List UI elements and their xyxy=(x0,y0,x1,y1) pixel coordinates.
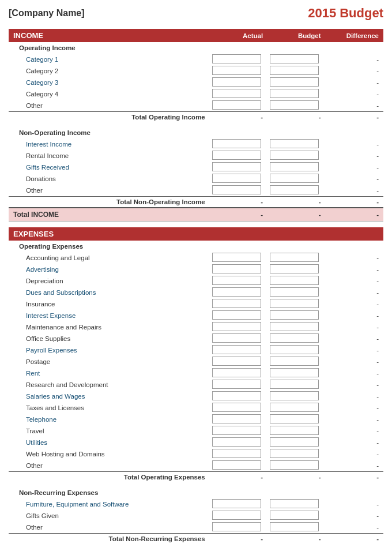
income-category-1: Category 1 xyxy=(9,54,210,65)
category1-budget-input[interactable] xyxy=(270,54,319,63)
furniture-equipment: Furniture, Equipment and Software xyxy=(9,498,210,510)
travel-actual-input[interactable] xyxy=(212,426,261,435)
donations-actual-input[interactable] xyxy=(212,174,261,183)
gifts-given-budget-input[interactable] xyxy=(270,511,319,520)
total-oe-label: Total Operating Expenses xyxy=(9,472,210,483)
utilities-diff: - xyxy=(326,437,383,448)
operating-expenses-label: Operating Expenses xyxy=(9,241,210,252)
advertising-budget-input[interactable] xyxy=(270,264,319,273)
category2-actual-input[interactable] xyxy=(212,66,261,75)
utilities-budget-input[interactable] xyxy=(270,437,319,447)
non-op-other-budget-input[interactable] xyxy=(270,185,319,194)
list-item: Utilities - xyxy=(9,437,383,448)
category2-diff: - xyxy=(326,65,383,77)
interest-exp-budget-input[interactable] xyxy=(270,310,319,320)
list-item: Category 3 - xyxy=(9,77,383,88)
gifts-given-actual-input[interactable] xyxy=(212,511,261,520)
category4-actual-input[interactable] xyxy=(212,89,261,98)
category1-diff: - xyxy=(326,54,383,65)
other-oi-actual-input[interactable] xyxy=(212,100,261,110)
list-item: Taxes and Licenses - xyxy=(9,402,383,414)
list-item: Interest Expense - xyxy=(9,310,383,321)
payroll-budget-input[interactable] xyxy=(270,345,319,354)
interest-exp-actual-input[interactable] xyxy=(212,310,261,320)
total-oi-budget: - xyxy=(267,112,325,123)
advertising-actual-input[interactable] xyxy=(212,264,261,273)
list-item: Category 2 - xyxy=(9,65,383,77)
gifts-received-actual-input[interactable] xyxy=(212,162,261,171)
rental-income-budget-input[interactable] xyxy=(270,151,319,160)
salaries-budget-input[interactable] xyxy=(270,391,319,400)
furniture-actual-input[interactable] xyxy=(212,499,261,508)
office-budget-input[interactable] xyxy=(270,333,319,343)
accounting-actual-input[interactable] xyxy=(212,253,261,262)
actual-col-header: Actual xyxy=(210,29,267,42)
list-item: Gifts Received - xyxy=(9,162,383,173)
op-exp-other-actual-input[interactable] xyxy=(212,460,261,470)
taxes-budget-input[interactable] xyxy=(270,403,319,412)
total-noi-actual: - xyxy=(210,197,267,208)
donations-budget-input[interactable] xyxy=(270,174,319,183)
other-oi-budget-input[interactable] xyxy=(270,100,319,110)
dues-budget-input[interactable] xyxy=(270,287,319,297)
postage-budget-input[interactable] xyxy=(270,357,319,366)
travel-budget-input[interactable] xyxy=(270,426,319,435)
non-rec-other-budget-input[interactable] xyxy=(270,522,319,531)
maintenance-budget-input[interactable] xyxy=(270,322,319,331)
insurance-actual-input[interactable] xyxy=(212,299,261,308)
non-rec-other-actual-input[interactable] xyxy=(212,522,261,531)
income-header-row: INCOME Actual Budget Difference xyxy=(9,29,383,42)
salaries-actual-input[interactable] xyxy=(212,391,261,400)
donations-diff: - xyxy=(326,173,383,185)
rent-budget-input[interactable] xyxy=(270,368,319,377)
category2-budget-input[interactable] xyxy=(270,66,319,75)
grand-total-income-budget: - xyxy=(267,208,325,222)
web-budget-input[interactable] xyxy=(270,449,319,458)
category3-budget-input[interactable] xyxy=(270,77,319,87)
taxes-actual-input[interactable] xyxy=(212,403,261,412)
office-diff: - xyxy=(326,333,383,344)
research-actual-input[interactable] xyxy=(212,380,261,389)
office-actual-input[interactable] xyxy=(212,333,261,343)
gifts-received: Gifts Received xyxy=(9,162,210,173)
telephone-budget-input[interactable] xyxy=(270,414,319,423)
accounting-diff: - xyxy=(326,252,383,264)
furniture-budget-input[interactable] xyxy=(270,499,319,508)
rental-income-actual-input[interactable] xyxy=(212,151,261,160)
total-non-operating-income-row: Total Non-Operating Income - - - xyxy=(9,197,383,208)
travel-diff: - xyxy=(326,425,383,437)
interest-income-actual-input[interactable] xyxy=(212,139,261,148)
interest-income-budget-input[interactable] xyxy=(270,139,319,148)
telephone-diff: - xyxy=(326,414,383,425)
gifts-received-budget-input[interactable] xyxy=(270,162,319,171)
maintenance-actual-input[interactable] xyxy=(212,322,261,331)
total-operating-expenses-row: Total Operating Expenses - - - xyxy=(9,472,383,483)
list-item: Other - xyxy=(9,185,383,197)
depreciation-actual-input[interactable] xyxy=(212,276,261,285)
telephone-actual-input[interactable] xyxy=(212,414,261,423)
insurance-budget-input[interactable] xyxy=(270,299,319,308)
category1-actual-input[interactable] xyxy=(212,54,261,63)
non-op-other-actual-input[interactable] xyxy=(212,185,261,194)
research-budget-input[interactable] xyxy=(270,380,319,389)
postage-actual-input[interactable] xyxy=(212,357,261,366)
category3-actual-input[interactable] xyxy=(212,77,261,87)
payroll-diff: - xyxy=(326,344,383,356)
salaries-wages: Salaries and Wages xyxy=(9,391,210,402)
list-item: Travel - xyxy=(9,425,383,437)
list-item: Furniture, Equipment and Software - xyxy=(9,498,383,510)
rent-actual-input[interactable] xyxy=(212,368,261,377)
furniture-diff: - xyxy=(326,498,383,510)
category4-budget-input[interactable] xyxy=(270,89,319,98)
list-item: Salaries and Wages - xyxy=(9,391,383,402)
web-actual-input[interactable] xyxy=(212,449,261,458)
payroll-actual-input[interactable] xyxy=(212,345,261,354)
accounting-budget-input[interactable] xyxy=(270,253,319,262)
depreciation-budget-input[interactable] xyxy=(270,276,319,285)
research-diff: - xyxy=(326,379,383,391)
operating-income-label-row: Operating Income xyxy=(9,42,383,54)
op-exp-other-budget-input[interactable] xyxy=(270,460,319,470)
utilities-actual-input[interactable] xyxy=(212,437,261,447)
rent-diff: - xyxy=(326,367,383,379)
dues-actual-input[interactable] xyxy=(212,287,261,297)
